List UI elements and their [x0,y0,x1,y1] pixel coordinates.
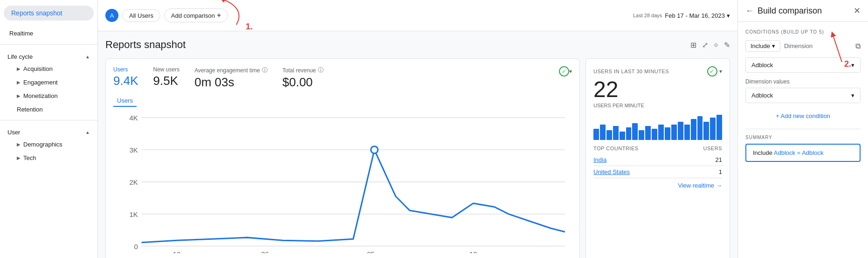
realtime-bar-chart [593,112,722,140]
svg-text:1K: 1K [129,210,138,218]
chevron-right-icon: ▶ [17,80,21,85]
table-icon[interactable]: ⊞ [690,41,696,49]
metrics-check: ✓ ▾ [559,66,572,77]
svg-text:12: 12 [469,250,477,253]
include-button[interactable]: Include ▾ [745,40,780,52]
svg-text:3K: 3K [129,146,138,154]
new-users-label: New users [153,66,180,73]
rt-bar [703,122,709,140]
close-icon[interactable]: ✕ [854,6,861,16]
metric-engagement: Average engagement time ⓘ 0m 03s [194,66,268,90]
rt-bar [620,132,625,140]
sidebar-item-retention[interactable]: Retention [4,103,97,116]
sidebar-section-user[interactable]: User ▲ [0,124,97,138]
svg-text:26: 26 [261,250,269,253]
sidebar-item-tech[interactable]: ▶ Tech [4,151,97,165]
dimension-label: Dimension [784,42,852,49]
rt-bar [593,129,599,140]
svg-text:19: 19 [173,250,181,253]
edit-icon[interactable]: ✎ [724,41,730,49]
rt-bar [665,127,670,140]
country-row-india: India 21 [593,154,722,166]
arrow-annotation-1: 1. [232,4,269,27]
rt-bar [697,116,703,140]
chevron-down-icon: ▾ [851,62,854,69]
sidebar-subsection-lifecycle: ▶ Acquisition ▶ Engagement ▶ Monetizatio… [0,62,97,116]
rt-bar [639,130,644,140]
sidebar-section-label-user: User [7,129,20,136]
top-bar: A All Users Add comparison + 1. Last 28 … [98,0,737,31]
sidebar-item-label-demographics: Demographics [23,141,62,148]
page-title: Reports snapshot [105,39,186,51]
add-condition-button[interactable]: + Add new condition [745,109,861,123]
chevron-down-icon: ▾ [727,12,730,19]
view-realtime-anchor[interactable]: View realtime → [593,182,722,189]
rt-check-chevron[interactable]: ▾ [719,68,723,75]
cards-row: Users 9.4K New users 9.5K Average engage… [105,58,730,258]
copy-icon[interactable]: ⧉ [855,42,861,50]
country-row-us: United States 1 [593,166,722,178]
svg-text:0: 0 [134,243,138,251]
rt-bar [626,127,632,140]
chart-tab[interactable]: Users [113,95,572,111]
customize-icon[interactable]: ⟐ [714,41,718,49]
dimension-values-dropdown[interactable]: Adblock ▾ [745,88,861,103]
date-range[interactable]: Last 28 days Feb 17 - Mar 16, 2023 ▾ [633,12,730,19]
revenue-value: $0.00 [282,75,324,90]
sidebar-item-label-acquisition: Acquisition [23,65,53,72]
check-chevron[interactable]: ▾ [569,68,572,75]
chevron-down-icon: ▾ [851,92,854,99]
info-icon: ⓘ [318,66,324,74]
add-comparison-button[interactable]: Add comparison + [164,8,228,22]
country-name-us[interactable]: United States [593,168,630,175]
chevron-right-icon: ▶ [17,66,21,71]
main-chart-card: Users 9.4K New users 9.5K Average engage… [105,58,580,258]
content-area: Reports snapshot ⊞ ⤢ ⟐ ✎ Users 9.4K New … [98,31,737,258]
rt-bar [645,126,651,140]
svg-text:4K: 4K [129,114,138,122]
top-bar-left: A All Users Add comparison + 1. [105,4,269,27]
new-users-value: 9.5K [153,74,180,88]
rt-bar [684,125,690,140]
sidebar-item-monetization[interactable]: ▶ Monetization [4,89,97,103]
include-label: Include [751,42,770,49]
metric-revenue: Total revenue ⓘ $0.00 [282,66,324,90]
chevron-right-icon: ▶ [17,93,21,98]
date-value[interactable]: Feb 17 - Mar 16, 2023 ▾ [665,12,730,19]
engagement-value: 0m 03s [194,75,268,90]
rt-bar [671,125,677,140]
rt-check-button[interactable]: ✓ [707,66,717,77]
chevron-up-icon: ▲ [85,54,90,59]
view-realtime-link[interactable]: View realtime → [593,182,722,189]
chevron-up-icon: ▲ [85,130,90,135]
conditions-label: CONDITIONS (BUILD UP TO 5) [745,29,861,35]
realtime-header: USERS IN LAST 30 MINUTES ✓ ▾ [593,66,722,77]
share-icon[interactable]: ⤢ [702,41,708,49]
dimension-dropdown-value: Adblock [751,62,773,69]
summary-include-text: Include [753,149,772,156]
engagement-label: Average engagement time ⓘ [194,66,268,74]
rt-bar [716,115,722,140]
segment-pill[interactable]: All Users [122,9,160,22]
dimension-values-dropdown-value: Adblock [751,92,773,99]
sidebar-item-engagement[interactable]: ▶ Engagement [4,76,97,89]
dimension-dropdown[interactable]: Adblock ▾ [745,57,861,73]
check-button[interactable]: ✓ [559,66,569,77]
right-panel: ← Build comparison ✕ CONDITIONS (BUILD U… [737,0,868,258]
country-name-india[interactable]: India [593,156,606,163]
sidebar-item-demographics[interactable]: ▶ Demographics [4,138,97,151]
svg-point-11 [371,146,378,153]
summary-label: SUMMARY [745,135,861,140]
sidebar-item-realtime[interactable]: Realtime [0,26,97,41]
realtime-count: 22 [593,78,722,101]
rt-bar [652,129,657,140]
right-panel-title: Build comparison [758,6,822,16]
right-panel-close: ✕ [854,6,861,16]
sidebar-section-lifecycle[interactable]: Life cycle ▲ [0,49,97,62]
sidebar-title[interactable]: Reports snapshot [4,6,94,21]
country-count-us: 1 [719,168,722,175]
right-panel-body: CONDITIONS (BUILD UP TO 5) Include ▾ Dim… [738,22,868,258]
chart-tab-label: Users [113,95,137,107]
back-icon[interactable]: ← [745,6,754,16]
sidebar-item-acquisition[interactable]: ▶ Acquisition [4,62,97,76]
